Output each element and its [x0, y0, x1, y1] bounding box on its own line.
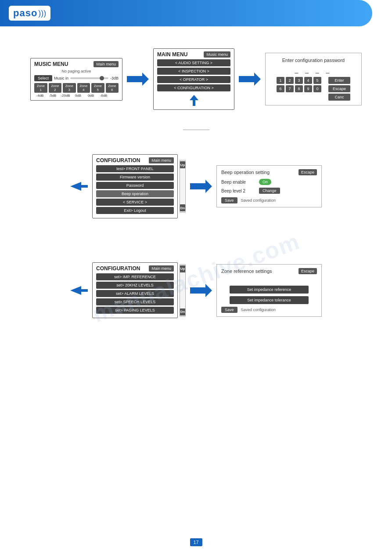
- beep-title: Beep operation setting: [221, 170, 270, 175]
- password-dashes: _ _ _ _: [271, 66, 356, 73]
- firmware-btn[interactable]: Firmware version: [96, 174, 174, 181]
- section2-left-arrow: [70, 182, 88, 191]
- scrollbar-2: Up Dn: [180, 264, 186, 317]
- escape-btn-pw[interactable]: Escape: [328, 85, 350, 92]
- logo-waves: ))): [38, 9, 46, 18]
- slider-end-label: -3dB: [110, 76, 119, 80]
- digit-9-btn[interactable]: 9: [304, 85, 312, 92]
- zone5-btn[interactable]: Zone 5: [91, 83, 104, 93]
- scroll-dn-btn-2[interactable]: Dn: [180, 308, 185, 316]
- beep-operation-btn[interactable]: Beep operation: [96, 190, 174, 197]
- music-slider[interactable]: [70, 77, 108, 79]
- enter-btn[interactable]: Enter: [328, 77, 350, 84]
- password-title: Enter configuration password: [271, 58, 356, 63]
- svg-marker-4: [70, 182, 88, 191]
- front-panel-btn[interactable]: test> FRONT PANEL: [96, 165, 174, 172]
- zone6-val: -6dB: [98, 94, 109, 98]
- svg-marker-0: [127, 73, 149, 86]
- speech-levels-btn[interactable]: set> SPEECH LEVELS: [96, 298, 174, 305]
- zone-values-row: -4dB -5dB -20dB 0dB 0dB -6dB: [34, 94, 119, 98]
- escape-btn-beep[interactable]: Escape: [298, 169, 317, 175]
- operator-btn[interactable]: < OPERATOR >: [157, 76, 230, 83]
- saved-text-zone: Saved configuration: [241, 308, 276, 312]
- password-btn[interactable]: Password: [96, 182, 174, 189]
- save-btn-beep[interactable]: Save: [221, 197, 237, 203]
- password-action-btns: Enter Escape Canc: [328, 77, 350, 101]
- imp-ref-btn[interactable]: set> IMP. REFERENCE: [96, 273, 174, 280]
- zone3-btn[interactable]: Zone 3: [63, 83, 76, 93]
- digit-4-btn[interactable]: 4: [304, 77, 312, 84]
- arrow-1: [127, 73, 149, 86]
- escape-btn-zone[interactable]: Escape: [298, 268, 317, 274]
- scroll-dn-btn-1[interactable]: Dn: [180, 204, 185, 211]
- save-btn-zone[interactable]: Save: [221, 307, 237, 313]
- no-paging-text: No paging active: [34, 69, 119, 73]
- zone3-val: -20dB: [60, 94, 71, 98]
- zone-buttons-row: Zone 1 Zone 2 Zone 3 Zone 4 Zone 5 Zone …: [34, 83, 119, 93]
- divider-1: [183, 130, 209, 130]
- config-main-menu-btn[interactable]: Main menu: [149, 157, 174, 163]
- audio-setting-btn[interactable]: < AUDIO SETTING >: [157, 59, 230, 66]
- digit-5-btn[interactable]: 5: [313, 77, 321, 84]
- service-btn[interactable]: < SERVICE >: [96, 199, 174, 206]
- arrow-3: [190, 180, 212, 193]
- scrollbar-1: Up Dn: [180, 160, 186, 213]
- password-panel: Enter configuration password _ _ _ _ 1 2…: [265, 53, 362, 105]
- alarm-levels-btn[interactable]: set> ALARM LEVELS: [96, 290, 174, 297]
- config-title-2: CONFIGURATION: [96, 265, 140, 272]
- digit-6-btn[interactable]: 6: [277, 85, 284, 92]
- exit-logout-btn[interactable]: Exit> Logout: [96, 207, 174, 214]
- paging-levels-btn[interactable]: set> PAGING LEVELS: [96, 307, 174, 314]
- header: paso ))): [0, 0, 372, 26]
- svg-rect-2: [193, 100, 195, 106]
- zone6-btn[interactable]: Zone 6: [106, 83, 119, 93]
- set-imp-ref-btn[interactable]: Set impedance reference: [230, 286, 309, 294]
- svg-marker-6: [70, 286, 88, 295]
- music-menu-btn[interactable]: Music menu: [204, 51, 230, 58]
- music-menu-panel: MUSIC MENU Main menu No paging active Se…: [30, 58, 122, 101]
- set-imp-tol-btn[interactable]: Set impedance tolerance: [230, 296, 309, 304]
- section1-row: MUSIC MENU Main menu No paging active Se…: [13, 48, 379, 110]
- main-menu-btn-1[interactable]: Main menu: [94, 61, 119, 67]
- zone1-btn[interactable]: Zone 1: [34, 83, 47, 93]
- logo-text: paso: [13, 7, 37, 19]
- svg-marker-7: [190, 284, 212, 297]
- digit-3-btn[interactable]: 3: [295, 77, 303, 84]
- digit-1-btn[interactable]: 1: [277, 77, 284, 84]
- scroll-up-btn-1[interactable]: Up: [180, 161, 185, 168]
- zone4-btn[interactable]: Zone 4: [77, 83, 90, 93]
- 20khz-btn[interactable]: set> 20KHZ LEVELS: [96, 282, 174, 289]
- logo-box: paso ))): [9, 6, 50, 21]
- beep-panel: Beep operation setting Escape Beep enabl…: [216, 165, 322, 207]
- inspection-btn[interactable]: < INSPECTION >: [157, 68, 230, 75]
- select-btn[interactable]: Select: [34, 75, 52, 81]
- canc-btn[interactable]: Canc: [328, 94, 350, 101]
- zone-ref-title: Zone reference settings: [221, 268, 272, 274]
- configuration-btn[interactable]: < CONFIGURATION >: [157, 84, 230, 91]
- zone4-val: 0dB: [72, 94, 84, 98]
- digit-8-btn[interactable]: 8: [295, 85, 303, 92]
- digit-7-btn[interactable]: 7: [286, 85, 294, 92]
- section3-row: CONFIGURATION Main menu set> IMP. REFERE…: [13, 262, 379, 318]
- music-menu-title: MUSIC MENU: [34, 61, 68, 67]
- scroll-up-btn-2[interactable]: Up: [180, 265, 185, 272]
- zone1-val: -4dB: [34, 94, 46, 98]
- zone-ref-panel: Zone reference settings Escape Set imped…: [216, 264, 322, 317]
- arrow-4: [190, 284, 212, 297]
- music-in-label: Music in: [54, 76, 68, 80]
- section2-row: CONFIGURATION Main menu test> FRONT PANE…: [13, 154, 379, 218]
- section3-left-arrow: [70, 286, 88, 295]
- change-btn[interactable]: Change: [259, 188, 280, 194]
- zone5-val: 0dB: [85, 94, 97, 98]
- main-content: MUSIC MENU Main menu No paging active Se…: [0, 26, 392, 340]
- on-btn[interactable]: On: [259, 179, 271, 185]
- config-main-menu-btn-2[interactable]: Main menu: [149, 265, 174, 272]
- zone2-btn[interactable]: Zone 2: [49, 83, 62, 93]
- digit-0-btn[interactable]: 0: [313, 85, 321, 92]
- config-title-1: CONFIGURATION: [96, 157, 140, 163]
- svg-marker-1: [190, 95, 198, 100]
- digit-2-btn[interactable]: 2: [286, 77, 294, 84]
- config-panel-2: CONFIGURATION Main menu set> IMP. REFERE…: [92, 262, 178, 318]
- number-grid: 1 2 3 4 5 6 7 8 9 0: [277, 77, 321, 101]
- main-menu-title: MAIN MENU: [157, 51, 187, 58]
